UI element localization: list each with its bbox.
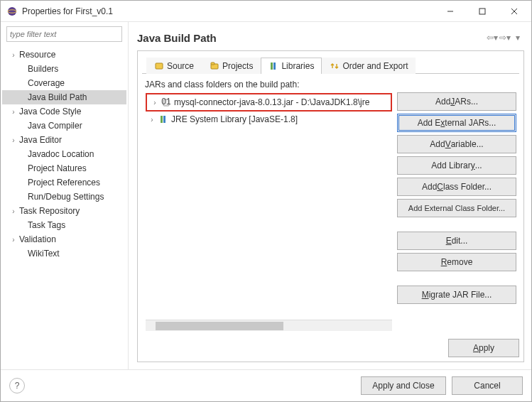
main-area: ›ResourceBuildersCoverageJava Build Path…: [1, 22, 531, 370]
footer: ? Apply and Close Cancel: [1, 370, 531, 401]
tree-item[interactable]: Task Tags: [2, 218, 126, 232]
tree-item-label: Coverage: [26, 78, 65, 88]
minimize-button[interactable]: [434, 1, 466, 21]
tree-item-label: Task Tags: [26, 220, 65, 230]
classpath-list[interactable]: ›01mysql-connector-java-8.0.13.jar - D:\…: [145, 92, 393, 332]
tree-item-label: Java Build Path: [26, 92, 87, 102]
window-title: Properties for First_v0.1: [22, 6, 434, 16]
tab-label: Projects: [222, 61, 253, 71]
split-area: ›01mysql-connector-java-8.0.13.jar - D:\…: [145, 92, 516, 332]
svg-rect-10: [273, 63, 276, 70]
tab-label: Order and Export: [342, 61, 408, 71]
tree-item-label: Resource: [18, 50, 55, 60]
nav-back-icon[interactable]: ⇦▾: [486, 33, 499, 43]
add-library-button[interactable]: Add Library...: [397, 156, 516, 175]
tab-label: Source: [167, 61, 194, 71]
content-box: SourceProjectsLibrariesOrder and Export …: [137, 50, 524, 362]
tree-item[interactable]: Coverage: [2, 76, 126, 90]
tree-item-label: WikiText: [26, 249, 60, 259]
tree-item[interactable]: Java Build Path: [2, 90, 126, 104]
chevron-right-icon: ›: [9, 51, 18, 59]
svg-rect-13: [161, 116, 163, 123]
tab-body: JARs and class folders on the build path…: [142, 74, 519, 335]
right-pane: Java Build Path ⇦▾ ⇨▾ ▾ SourceProjectsLi…: [129, 22, 531, 369]
tab-order-and-export[interactable]: Order and Export: [322, 58, 416, 74]
chevron-right-icon: ›: [9, 136, 18, 144]
button-column: Add JARs... Add External JARs... Add Var…: [397, 92, 516, 332]
category-tree[interactable]: ›ResourceBuildersCoverageJava Build Path…: [2, 46, 126, 365]
tree-item-label: Java Compiler: [26, 121, 82, 131]
add-jars-button[interactable]: Add JARs...: [397, 92, 516, 111]
tab-icon: [268, 61, 278, 71]
tree-item[interactable]: ›Java Editor: [2, 133, 126, 147]
tree-item[interactable]: ›Validation: [2, 232, 126, 246]
tab-label: Libraries: [281, 61, 314, 71]
chevron-right-icon: ›: [9, 207, 18, 215]
tree-item[interactable]: ›Java Code Style: [2, 104, 126, 119]
add-class-folder-button[interactable]: Add Class Folder...: [397, 178, 516, 196]
tab-source[interactable]: Source: [146, 58, 202, 74]
help-icon[interactable]: ?: [9, 378, 25, 393]
tab-bar: SourceProjectsLibrariesOrder and Export: [142, 55, 519, 74]
chevron-right-icon: ›: [9, 108, 18, 116]
tab-projects[interactable]: Projects: [202, 58, 261, 74]
tree-item[interactable]: Project References: [2, 175, 126, 190]
sidebar: ›ResourceBuildersCoverageJava Build Path…: [1, 22, 129, 369]
tree-item-label: Builders: [26, 64, 58, 74]
remove-button[interactable]: Remove: [397, 253, 516, 271]
nav-forward-icon[interactable]: ⇨▾: [499, 33, 511, 43]
tree-item-label: Project References: [26, 178, 100, 188]
svg-text:01: 01: [161, 97, 171, 107]
svg-rect-6: [156, 63, 163, 69]
migrate-jar-button[interactable]: Migrate JAR File...: [397, 286, 516, 304]
nav-menu-icon[interactable]: ▾: [511, 33, 524, 43]
jar-icon: 01: [161, 97, 171, 107]
add-external-class-folder-button[interactable]: Add External Class Folder...: [397, 199, 516, 217]
library-icon: [158, 114, 168, 124]
tab-icon: [154, 61, 164, 71]
titlebar: Properties for First_v0.1: [1, 1, 531, 22]
page-title: Java Build Path: [137, 32, 486, 44]
page-header: Java Build Path ⇦▾ ⇨▾ ▾: [137, 28, 524, 48]
tree-item-label: Javadoc Location: [26, 149, 94, 159]
svg-rect-9: [271, 63, 273, 70]
tree-item-label: Java Editor: [18, 135, 62, 145]
chevron-right-icon: ›: [151, 99, 158, 107]
tab-icon: [330, 61, 340, 71]
horizontal-scrollbar[interactable]: [146, 320, 392, 331]
entry-label: JRE System Library [JavaSE-1.8]: [171, 114, 298, 124]
tree-item-label: Java Code Style: [18, 107, 81, 116]
svg-rect-14: [163, 116, 165, 123]
maximize-button[interactable]: [466, 1, 498, 21]
svg-rect-8: [211, 63, 215, 65]
filter-input[interactable]: [6, 26, 122, 42]
apply-button[interactable]: Apply: [448, 339, 519, 357]
tree-item[interactable]: ›Task Repository: [2, 204, 126, 218]
cancel-button[interactable]: Cancel: [452, 376, 523, 395]
tree-item[interactable]: Builders: [2, 62, 126, 76]
close-button[interactable]: [498, 1, 530, 21]
tab-libraries[interactable]: Libraries: [261, 58, 322, 74]
highlighted-entry: ›01mysql-connector-java-8.0.13.jar - D:\…: [146, 93, 392, 112]
tree-item[interactable]: WikiText: [2, 246, 126, 261]
tree-item-label: Validation: [18, 234, 56, 244]
tree-item[interactable]: Java Compiler: [2, 119, 126, 133]
chevron-right-icon: ›: [148, 116, 156, 124]
add-external-jars-button[interactable]: Add External JARs...: [397, 114, 516, 132]
apply-row: Apply: [142, 335, 519, 357]
classpath-entry[interactable]: ›JRE System Library [JavaSE-1.8]: [146, 113, 392, 126]
list-label: JARs and class folders on the build path…: [145, 80, 516, 89]
tab-icon: [210, 61, 219, 71]
chevron-right-icon: ›: [9, 236, 18, 244]
tree-item[interactable]: Project Natures: [2, 161, 126, 175]
tree-item[interactable]: Javadoc Location: [2, 147, 126, 161]
tree-item-label: Run/Debug Settings: [26, 192, 104, 202]
classpath-entry[interactable]: ›01mysql-connector-java-8.0.13.jar - D:\…: [148, 96, 389, 109]
add-variable-button[interactable]: Add Variable...: [397, 135, 516, 153]
tree-item[interactable]: ›Resource: [2, 48, 126, 62]
svg-rect-3: [479, 9, 485, 14]
eclipse-icon: [6, 6, 18, 17]
edit-button[interactable]: Edit...: [397, 232, 516, 250]
apply-and-close-button[interactable]: Apply and Close: [361, 376, 446, 395]
tree-item[interactable]: Run/Debug Settings: [2, 190, 126, 204]
